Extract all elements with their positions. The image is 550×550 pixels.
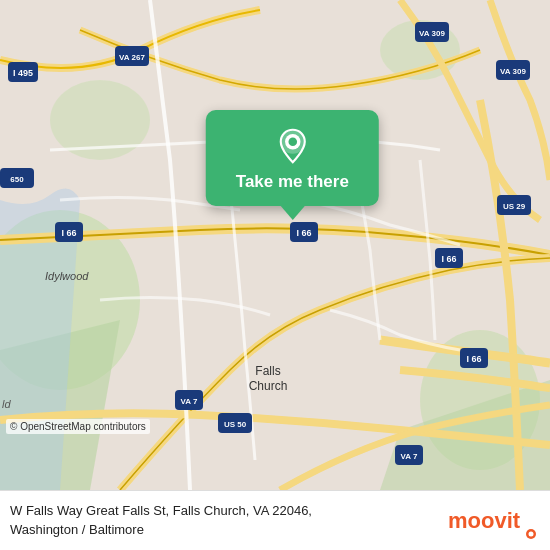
address-line1: W Falls Way Great Falls St, Falls Church… [10,502,312,520]
callout-box[interactable]: Take me there [206,110,379,206]
svg-text:moovit: moovit [448,508,521,533]
svg-text:VA 309: VA 309 [419,29,445,38]
navigation-callout[interactable]: Take me there [206,110,379,206]
svg-text:VA 267: VA 267 [119,53,145,62]
svg-text:I 66: I 66 [466,354,481,364]
address-text: W Falls Way Great Falls St, Falls Church… [10,502,312,538]
svg-point-42 [529,531,534,536]
address-line2: Washington / Baltimore [10,521,312,539]
svg-text:650: 650 [10,175,24,184]
svg-text:VA 7: VA 7 [181,397,198,406]
svg-text:Church: Church [249,379,288,393]
svg-text:US 29: US 29 [503,202,526,211]
moovit-brand-logo: moovit [448,502,538,540]
svg-text:ld: ld [2,398,11,410]
callout-label: Take me there [236,172,349,192]
svg-text:VA 309: VA 309 [500,67,526,76]
map-view: I 495 VA 267 VA 309 VA 309 I 66 I 66 I 6… [0,0,550,490]
svg-text:Falls: Falls [255,364,280,378]
moovit-logo: moovit [448,502,538,540]
svg-text:I 66: I 66 [441,254,456,264]
footer: W Falls Way Great Falls St, Falls Church… [0,490,550,550]
svg-text:US 50: US 50 [224,420,247,429]
map-attribution: © OpenStreetMap contributors [6,419,150,434]
map-background: I 495 VA 267 VA 309 VA 309 I 66 I 66 I 6… [0,0,550,490]
svg-text:I 66: I 66 [61,228,76,238]
svg-point-39 [288,137,297,146]
svg-text:Idylwood: Idylwood [45,270,89,282]
location-pin-icon [274,128,310,164]
svg-text:I 66: I 66 [296,228,311,238]
svg-text:I 495: I 495 [13,68,33,78]
svg-text:VA 7: VA 7 [401,452,418,461]
